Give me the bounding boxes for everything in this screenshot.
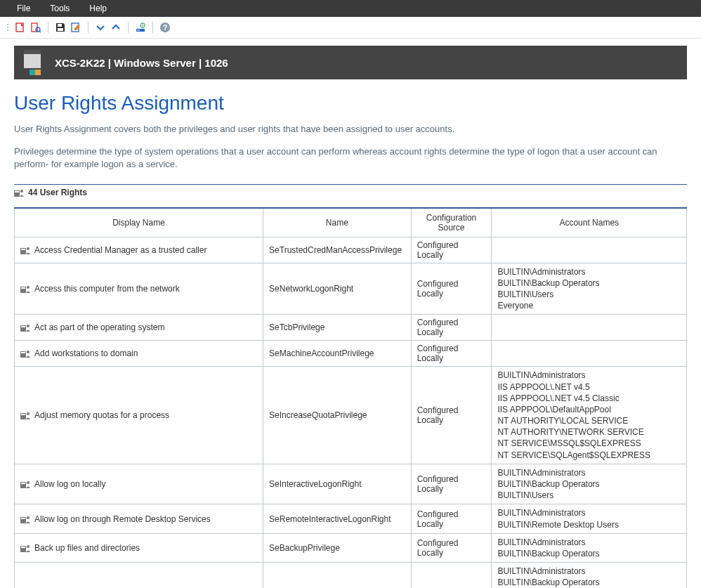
svg-point-44 bbox=[27, 545, 30, 548]
account-entry: BUILTIN\Users bbox=[497, 289, 681, 300]
save-icon[interactable] bbox=[54, 21, 67, 34]
account-entry: BUILTIN\Backup Operators bbox=[497, 577, 681, 588]
cell-account-names: BUILTIN\AdministratorsBUILTIN\Remote Des… bbox=[492, 504, 687, 533]
cell-name: SeTcbPrivilege bbox=[263, 315, 412, 341]
account-entry: NT AUTHORITY\NETWORK SERVICE bbox=[497, 426, 681, 438]
user-right-icon bbox=[20, 480, 30, 488]
svg-rect-15 bbox=[24, 50, 41, 54]
toolbar-separator bbox=[88, 22, 89, 33]
account-entry: Everyone bbox=[497, 300, 681, 311]
toolbar-separator bbox=[128, 22, 129, 33]
account-entry: BUILTIN\Backup Operators bbox=[497, 277, 681, 289]
toolbar-separator bbox=[48, 22, 48, 33]
col-account-names[interactable]: Account Names bbox=[492, 208, 687, 237]
cell-display-name: Access Credential Manager as a trusted c… bbox=[34, 245, 207, 255]
expand-all-icon[interactable] bbox=[94, 21, 107, 34]
help-icon[interactable]: ? bbox=[159, 21, 171, 34]
svg-rect-17 bbox=[35, 70, 41, 75]
cell-config-source: Configured Locally bbox=[411, 367, 492, 464]
account-entry: NT AUTHORITY\LOCAL SERVICE bbox=[497, 415, 681, 426]
svg-point-41 bbox=[27, 516, 30, 519]
account-entry: BUILTIN\Administrators bbox=[497, 507, 681, 518]
col-name[interactable]: Name bbox=[263, 208, 412, 237]
svg-rect-4 bbox=[58, 24, 62, 27]
cell-display-name: Add workstations to domain bbox=[34, 348, 138, 358]
cell-account-names: BUILTIN\AdministratorsBUILTIN\Backup Ope… bbox=[492, 263, 687, 315]
account-entry: NT SERVICE\SQLAgent$SQLEXPRESS bbox=[497, 450, 681, 461]
cell-config-source: Configured Locally bbox=[411, 237, 492, 263]
cell-account-names: BUILTIN\AdministratorsIIS APPPOOL\.NET v… bbox=[492, 367, 687, 464]
svg-point-23 bbox=[27, 247, 30, 250]
table-row[interactable]: Adjust memory quotas for a processSeIncr… bbox=[15, 367, 687, 464]
settings-icon[interactable] bbox=[134, 21, 147, 34]
cell-config-source: Configured Locally bbox=[411, 533, 492, 562]
section-count-label: 44 User Rights bbox=[28, 188, 87, 197]
content-area: XCS-2K22 | Windows Server | 1026 User Ri… bbox=[0, 39, 701, 588]
grip-icon bbox=[7, 24, 8, 31]
account-entry: BUILTIN\Remote Desktop Users bbox=[497, 519, 681, 530]
collapse-all-icon[interactable] bbox=[110, 21, 122, 34]
svg-point-35 bbox=[27, 412, 30, 415]
table-row[interactable]: Allow log on locallySeInteractiveLogonRi… bbox=[15, 464, 687, 504]
account-entry: BUILTIN\Administrators bbox=[497, 370, 681, 381]
cell-name: SeNetworkLogonRight bbox=[263, 263, 412, 315]
toolbar: ? bbox=[0, 17, 701, 39]
col-display-name[interactable]: Display Name bbox=[15, 208, 263, 237]
account-entry: BUILTIN\Administrators bbox=[497, 566, 681, 577]
pdf-export-icon[interactable] bbox=[14, 21, 27, 34]
cell-account-names: BUILTIN\AdministratorsBUILTIN\Backup Ope… bbox=[492, 464, 687, 504]
report-header: XCS-2K22 | Windows Server | 1026 bbox=[14, 46, 687, 79]
table-row[interactable]: Access Credential Manager as a trusted c… bbox=[15, 237, 687, 263]
page-title: User Rights Assignment bbox=[14, 92, 687, 115]
account-entry: BUILTIN\Administrators bbox=[497, 266, 681, 277]
cell-name: SeTrustedCredManAccessPrivilege bbox=[263, 237, 412, 263]
svg-rect-22 bbox=[21, 249, 25, 250]
user-rights-icon bbox=[14, 188, 24, 197]
table-row[interactable]: Act as part of the operating systemSeTcb… bbox=[15, 315, 687, 341]
table-row[interactable]: Access this computer from the networkSeN… bbox=[15, 263, 687, 315]
svg-rect-37 bbox=[21, 483, 25, 484]
cell-config-source: Configured Locally bbox=[411, 341, 492, 367]
svg-rect-28 bbox=[21, 326, 25, 327]
cell-display-name: Access this computer from the network bbox=[34, 284, 180, 294]
cell-name: SeMachineAccountPrivilege bbox=[263, 341, 412, 367]
account-entry: NT SERVICE\MSSQL$SQLEXPRESS bbox=[497, 438, 681, 449]
svg-line-3 bbox=[39, 31, 41, 32]
table-row[interactable]: Allow log on through Remote Desktop Serv… bbox=[15, 504, 687, 533]
cell-display-name: Back up files and directories bbox=[34, 543, 140, 553]
menu-help[interactable]: Help bbox=[79, 2, 117, 15]
menu-tools[interactable]: Tools bbox=[40, 2, 79, 15]
report-header-title: XCS-2K22 | Windows Server | 1026 bbox=[55, 57, 228, 69]
intro-text-1: User Rights Assignment covers both the p… bbox=[14, 123, 687, 136]
cell-display-name: Allow log on through Remote Desktop Serv… bbox=[34, 514, 211, 524]
account-entry: BUILTIN\Administrators bbox=[497, 537, 681, 548]
edit-icon[interactable] bbox=[70, 21, 82, 34]
user-right-icon bbox=[20, 323, 30, 332]
account-entry: IIS APPPOOL\.NET v4.5 Classic bbox=[497, 393, 681, 404]
svg-point-32 bbox=[27, 351, 30, 353]
svg-text:?: ? bbox=[163, 23, 168, 32]
cell-name: SeBackupPrivilege bbox=[263, 533, 412, 562]
cell-name: SeIncreaseQuotaPrivilege bbox=[263, 367, 412, 464]
svg-rect-43 bbox=[21, 547, 25, 548]
cell-account-names bbox=[492, 237, 687, 263]
cell-display-name: Allow log on locally bbox=[34, 479, 105, 489]
svg-rect-16 bbox=[30, 70, 35, 75]
svg-point-29 bbox=[27, 325, 30, 327]
svg-rect-34 bbox=[21, 414, 25, 415]
cell-account-names: BUILTIN\AdministratorsBUILTIN\Backup Ope… bbox=[492, 563, 687, 588]
cell-name: SeChangeNotifyPrivilege bbox=[263, 563, 412, 588]
svg-rect-5 bbox=[58, 28, 63, 31]
menu-file[interactable]: File bbox=[7, 2, 40, 15]
user-right-icon bbox=[20, 515, 30, 523]
account-entry: BUILTIN\Users bbox=[497, 490, 681, 501]
cell-config-source: Configured Locally bbox=[411, 504, 492, 533]
table-row[interactable]: Back up files and directoriesSeBackupPri… bbox=[15, 533, 687, 562]
col-config-source[interactable]: Configuration Source bbox=[411, 208, 492, 237]
table-row[interactable]: Add workstations to domainSeMachineAccou… bbox=[15, 341, 687, 367]
table-header-row: Display Name Name Configuration Source A… bbox=[15, 208, 687, 237]
account-entry: IIS APPPOOL\.NET v4.5 bbox=[497, 381, 681, 393]
table-row[interactable]: Bypass traverse checkingSeChangeNotifyPr… bbox=[15, 563, 687, 588]
preview-icon[interactable] bbox=[30, 21, 42, 34]
user-right-icon bbox=[20, 544, 30, 552]
